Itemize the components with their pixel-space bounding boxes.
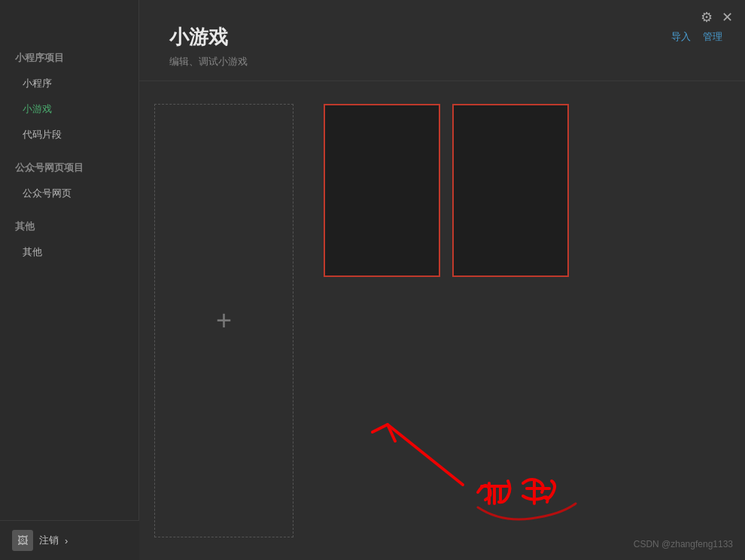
project-cards-area	[309, 96, 584, 545]
page-subtitle: 编辑、调试小游戏	[169, 55, 715, 68]
close-icon[interactable]: ✕	[722, 9, 733, 26]
main-content: 小游戏 编辑、调试小游戏 导入 管理 +	[139, 0, 745, 560]
cancel-button[interactable]: 注销	[39, 534, 59, 547]
attribution: CSDN @zhangfeng1133	[634, 539, 733, 549]
sidebar: 小程序项目 小程序 小游戏 代码片段 公众号网页项目 公众号网页 其他 其他 🖼…	[0, 0, 139, 560]
sidebar-item-minigame[interactable]: 小游戏	[0, 96, 138, 122]
top-bar: ⚙ ✕	[689, 0, 745, 35]
plus-icon: +	[216, 305, 232, 336]
settings-icon[interactable]: ⚙	[701, 9, 713, 26]
page-title: 小游戏	[169, 24, 715, 50]
project-card-2[interactable]	[452, 104, 569, 277]
create-new-card[interactable]: +	[154, 104, 293, 537]
project-card-1[interactable]	[324, 104, 440, 277]
main-header: 小游戏 编辑、调试小游戏	[139, 0, 745, 81]
sidebar-item-miniapp[interactable]: 小程序	[0, 71, 138, 96]
main-body: +	[139, 81, 745, 560]
sidebar-section-other: 其他	[0, 206, 138, 239]
avatar: 🖼	[12, 530, 33, 551]
cancel-arrow-icon: ›	[65, 535, 68, 546]
sidebar-section-official: 公众号网页项目	[0, 148, 138, 181]
sidebar-bottom: 🖼 注销 ›	[0, 520, 139, 560]
sidebar-item-official-page[interactable]: 公众号网页	[0, 181, 138, 206]
sidebar-section-miniprograms: 小程序项目	[0, 38, 138, 71]
sidebar-item-snippet[interactable]: 代码片段	[0, 122, 138, 148]
sidebar-item-other[interactable]: 其他	[0, 239, 138, 265]
